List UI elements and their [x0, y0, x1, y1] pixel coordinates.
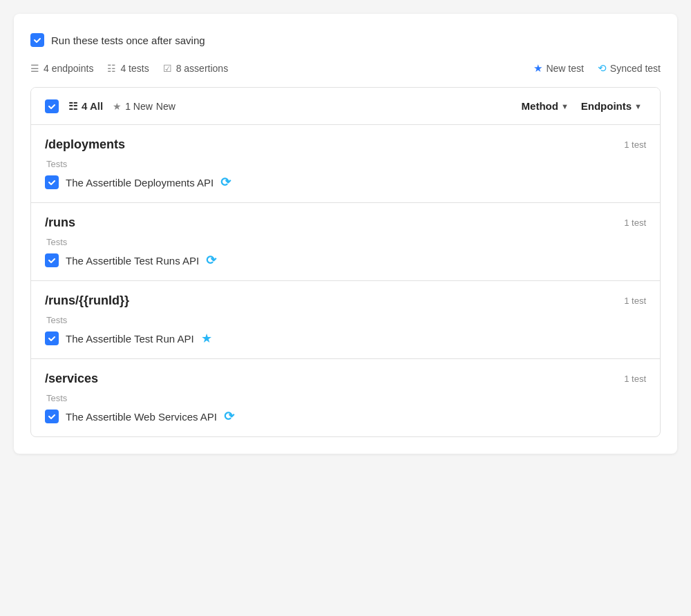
test-item-0-0: The Assertible Deployments API⟳ [45, 175, 646, 190]
endpoint-section-1: /runs1 testTestsThe Assertible Test Runs… [31, 203, 660, 281]
new-text: New [156, 101, 176, 112]
stats-right: ★ New test ⟲ Synced test [533, 62, 661, 75]
test-item-label-1-0: The Assertible Test Runs API [66, 255, 199, 267]
method-dropdown-button[interactable]: Method ▼ [518, 97, 573, 115]
assertions-icon: ☑ [163, 63, 172, 74]
synced-test-sync-icon: ⟲ [598, 62, 607, 75]
synced-test-badge[interactable]: ⟲ Synced test [598, 62, 661, 75]
endpoint-section-0: /deployments1 testTestsThe Assertible De… [31, 125, 660, 203]
table-header-right: Method ▼ Endpoints ▼ [518, 97, 646, 115]
endpoint-path-0: /deployments [45, 137, 125, 152]
endpoint-path-3: /services [45, 372, 98, 386]
test-item-2-0: The Assertible Test Run API★ [45, 331, 646, 346]
endpoints-caret-icon: ▼ [634, 102, 642, 110]
new-badge: ★ 1 New New [113, 101, 176, 112]
endpoint-path-1: /runs [45, 215, 75, 230]
tests-stat: ☷ 4 tests [107, 63, 149, 74]
test-count-1: 1 test [624, 218, 646, 228]
select-all-checkbox[interactable] [45, 99, 59, 113]
new-badge-star-icon: ★ [113, 101, 122, 112]
stats-row: ☰ 4 endpoints ☷ 4 tests ☑ 8 assertions ★… [30, 62, 661, 75]
endpoints-label: Endpoints [581, 100, 632, 112]
item-checkbox-1-0[interactable] [45, 253, 59, 267]
tests-label-3: Tests [46, 393, 646, 403]
item-checkbox-2-0[interactable] [45, 331, 59, 345]
stats-left: ☰ 4 endpoints ☷ 4 tests ☑ 8 assertions [30, 63, 228, 74]
table-card: ☷ 4 All ★ 1 New New Method ▼ Endpoints ▼ [30, 87, 661, 437]
sync-icon-1-0[interactable]: ⟳ [206, 253, 216, 268]
endpoints-dropdown-button[interactable]: Endpoints ▼ [577, 97, 646, 115]
sync-icon-0-0[interactable]: ⟳ [220, 175, 231, 190]
grid-icon: ☷ [68, 100, 77, 113]
tests-label-1: Tests [46, 237, 646, 247]
new-count: 1 New [125, 101, 153, 112]
new-test-star-icon: ★ [533, 62, 542, 75]
synced-test-label: Synced test [610, 63, 661, 74]
endpoints-icon: ☰ [30, 63, 39, 74]
new-test-badge[interactable]: ★ New test [533, 62, 583, 75]
star-icon-2-0[interactable]: ★ [201, 331, 212, 346]
test-item-label-0-0: The Assertible Deployments API [66, 177, 214, 189]
endpoint-header-3: /services1 test [45, 372, 646, 386]
tests-label-2: Tests [46, 315, 646, 325]
run-after-save-checkbox[interactable] [30, 33, 44, 47]
test-item-3-0: The Assertible Web Services API⟳ [45, 409, 646, 424]
top-checkbox-row: Run these tests once after saving [30, 33, 661, 47]
all-label: ☷ 4 All [68, 100, 103, 113]
test-count-2: 1 test [624, 296, 646, 306]
endpoint-section-3: /services1 testTestsThe Assertible Web S… [31, 359, 660, 436]
sections-container: /deployments1 testTestsThe Assertible De… [31, 125, 660, 436]
tests-icon: ☷ [107, 63, 116, 74]
endpoint-header-0: /deployments1 test [45, 137, 646, 152]
endpoint-path-2: /runs/{{runId}} [45, 293, 129, 308]
endpoints-count: 4 endpoints [44, 63, 93, 74]
endpoint-header-1: /runs1 test [45, 215, 646, 230]
method-caret-icon: ▼ [561, 102, 569, 110]
test-item-label-3-0: The Assertible Web Services API [66, 411, 217, 423]
tests-label-0: Tests [46, 159, 646, 169]
tests-count: 4 tests [120, 63, 149, 74]
sync-icon-3-0[interactable]: ⟳ [224, 409, 234, 424]
endpoints-stat: ☰ 4 endpoints [30, 63, 93, 74]
run-after-save-label: Run these tests once after saving [51, 35, 205, 46]
main-container: Run these tests once after saving ☰ 4 en… [14, 14, 677, 454]
item-checkbox-0-0[interactable] [45, 175, 59, 189]
test-count-3: 1 test [624, 374, 646, 384]
endpoint-header-2: /runs/{{runId}}1 test [45, 293, 646, 308]
new-test-label: New test [546, 63, 583, 74]
all-count: 4 All [82, 100, 103, 112]
endpoint-section-2: /runs/{{runId}}1 testTestsThe Assertible… [31, 281, 660, 359]
item-checkbox-3-0[interactable] [45, 410, 59, 423]
test-count-0: 1 test [624, 139, 646, 150]
table-header: ☷ 4 All ★ 1 New New Method ▼ Endpoints ▼ [31, 88, 660, 125]
test-item-label-2-0: The Assertible Test Run API [66, 333, 194, 345]
method-label: Method [522, 100, 558, 112]
table-header-left: ☷ 4 All ★ 1 New New [45, 99, 176, 113]
assertions-stat: ☑ 8 assertions [163, 63, 228, 74]
test-item-1-0: The Assertible Test Runs API⟳ [45, 253, 646, 268]
assertions-count: 8 assertions [176, 63, 228, 74]
